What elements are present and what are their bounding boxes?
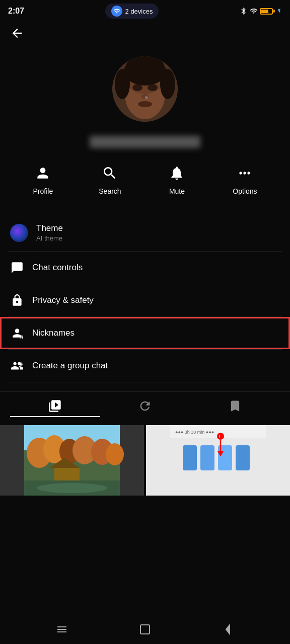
charging-icon [277,7,282,15]
nav-menu-button[interactable] [54,622,69,637]
svg-point-10 [115,69,130,99]
username-section [0,130,290,158]
theme-content: Theme AI theme [36,223,280,242]
status-devices: 2 devices [105,4,159,19]
signal-icon [250,7,258,15]
battery-icon [260,8,275,15]
bluetooth-icon [240,7,248,15]
create-group-title: Create a group chat [32,361,280,371]
profile-action-label: Profile [33,187,53,195]
media-thumb-forest[interactable] [0,425,144,496]
nav-bar [0,615,290,644]
menu-item-nicknames[interactable]: A Nicknames [0,317,290,349]
privacy-title: Privacy & safety [32,295,280,305]
svg-text:!: ! [219,434,221,439]
menu-section: Theme AI theme Chat controls Privacy & s… [0,210,290,386]
nicknames-icon: A [10,326,24,340]
svg-point-7 [138,101,152,107]
theme-title: Theme [36,223,280,233]
menu-item-chat-controls[interactable]: Chat controls [0,252,290,284]
back-button[interactable] [0,20,290,46]
tab-media[interactable] [10,398,100,417]
refresh-tab-icon [137,398,153,414]
divider-5 [8,382,282,382]
bottom-tabs [0,391,290,423]
svg-point-5 [141,94,149,99]
svg-point-9 [126,56,164,77]
bookmark-tab-icon [227,398,243,414]
svg-text:A: A [19,334,23,340]
options-action[interactable]: Options [233,163,257,195]
svg-rect-36 [140,625,150,634]
options-action-icon [235,163,255,183]
svg-rect-31 [236,445,250,470]
mute-action-label: Mute [169,187,185,195]
tab-bookmark[interactable] [190,398,280,417]
media-thumb-screenshot[interactable]: ●●● 3h 38 min ●●● ! [146,425,290,496]
svg-point-11 [160,69,175,99]
svg-rect-28 [183,445,197,470]
mute-action-icon [167,163,187,183]
theme-subtitle: AI theme [36,234,280,242]
username-blurred [90,136,200,148]
wifi-icon [111,6,122,17]
svg-point-32 [217,433,224,440]
media-tab-icon [47,398,63,414]
create-group-icon [10,359,24,373]
actions-row: Profile Search Mute Options [0,158,290,210]
devices-label: 2 devices [125,8,153,15]
svg-point-6 [145,96,148,99]
nicknames-content: Nicknames [32,328,280,338]
privacy-content: Privacy & safety [32,295,280,305]
chat-controls-icon [10,261,24,275]
nicknames-title: Nicknames [32,328,280,338]
status-time: 2:07 [8,7,24,16]
create-group-content: Create a group chat [32,361,280,371]
avatar-section [0,46,290,130]
svg-marker-37 [226,625,230,634]
search-action[interactable]: Search [99,163,121,195]
media-grid: ●●● 3h 38 min ●●● ! [0,423,290,496]
avatar [112,56,178,122]
theme-icon [10,224,28,242]
tab-refresh[interactable] [100,398,190,417]
svg-point-20 [106,443,124,465]
menu-item-create-group[interactable]: Create a group chat [0,350,290,382]
svg-rect-29 [200,445,214,470]
status-bar: 2:07 2 devices [0,0,290,20]
mute-action[interactable]: Mute [167,163,187,195]
privacy-icon [10,293,24,307]
options-action-label: Options [233,187,257,195]
nav-home-button[interactable] [137,622,153,637]
search-action-label: Search [99,187,121,195]
nav-back-button[interactable] [221,622,236,637]
profile-action[interactable]: Profile [33,163,53,195]
svg-point-24 [37,483,107,493]
profile-action-icon [33,163,53,183]
svg-text:●●● 3h 38 min ●●●: ●●● 3h 38 min ●●● [175,430,214,435]
chat-controls-title: Chat controls [32,263,280,273]
search-action-icon [100,163,120,183]
status-right [240,7,282,15]
menu-item-privacy[interactable]: Privacy & safety [0,284,290,316]
chat-controls-content: Chat controls [32,263,280,273]
menu-item-theme[interactable]: Theme AI theme [0,214,290,251]
